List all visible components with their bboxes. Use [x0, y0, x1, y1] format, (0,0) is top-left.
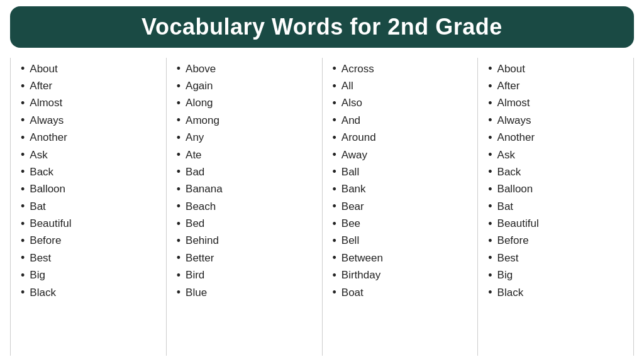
column-1: AboutAfterAlmostAlwaysAnotherAskBackBall…: [11, 58, 167, 356]
list-item: About: [21, 60, 160, 77]
list-item: All: [333, 77, 472, 94]
list-item: Birthday: [333, 267, 472, 284]
list-item: Balloon: [21, 181, 160, 198]
list-item: Back: [21, 163, 160, 180]
list-item: Always: [21, 112, 160, 129]
list-item: Banana: [177, 181, 316, 198]
page: Vocabulary Words for 2nd Grade AboutAfte…: [0, 0, 644, 362]
list-item: Above: [177, 60, 316, 77]
header: Vocabulary Words for 2nd Grade: [10, 6, 634, 48]
list-item: Ball: [333, 163, 472, 180]
list-item: Again: [177, 77, 316, 94]
list-item: After: [488, 77, 627, 94]
column-3: AcrossAllAlsoAndAroundAwayBallBankBearBe…: [323, 58, 479, 356]
word-list-3: AcrossAllAlsoAndAroundAwayBallBankBearBe…: [333, 60, 472, 301]
list-item: Bear: [333, 198, 472, 215]
list-item: Beautiful: [21, 215, 160, 232]
list-item: Always: [488, 112, 627, 129]
list-item: Black: [21, 284, 160, 301]
list-item: Ask: [488, 146, 627, 163]
list-item: Bat: [21, 198, 160, 215]
list-item: Also: [333, 95, 472, 112]
list-item: Behind: [177, 233, 316, 250]
list-item: Another: [21, 129, 160, 146]
list-item: Best: [21, 250, 160, 266]
list-item: Bed: [177, 215, 316, 232]
list-item: Black: [488, 284, 627, 301]
list-item: Any: [177, 129, 316, 146]
list-item: Another: [488, 129, 627, 146]
column-4: AboutAfterAlmostAlwaysAnotherAskBackBall…: [478, 58, 634, 356]
list-item: Bank: [333, 181, 472, 198]
column-2: AboveAgainAlongAmongAnyAteBadBananaBeach…: [167, 58, 323, 356]
list-item: Bird: [177, 267, 316, 284]
word-list-1: AboutAfterAlmostAlwaysAnotherAskBackBall…: [21, 60, 160, 301]
list-item: Beautiful: [488, 215, 627, 232]
list-item: And: [333, 112, 472, 129]
list-item: Bat: [488, 198, 627, 215]
list-item: Ate: [177, 146, 316, 163]
list-item: Around: [333, 129, 472, 146]
list-item: Big: [488, 267, 627, 284]
list-item: Bad: [177, 163, 316, 180]
word-list-4: AboutAfterAlmostAlwaysAnotherAskBackBall…: [488, 60, 627, 301]
list-item: Away: [333, 146, 472, 163]
list-item: Along: [177, 95, 316, 112]
list-item: Between: [333, 250, 472, 266]
list-item: Among: [177, 112, 316, 129]
list-item: Before: [488, 233, 627, 250]
list-item: Blue: [177, 284, 316, 301]
list-item: Across: [333, 60, 472, 77]
list-item: Best: [488, 250, 627, 266]
list-item: Before: [21, 233, 160, 250]
list-item: Better: [177, 250, 316, 266]
list-item: Back: [488, 163, 627, 180]
list-item: About: [488, 60, 627, 77]
list-item: Almost: [488, 95, 627, 112]
list-item: Almost: [21, 95, 160, 112]
list-item: After: [21, 77, 160, 94]
list-item: Ask: [21, 146, 160, 163]
word-list-2: AboveAgainAlongAmongAnyAteBadBananaBeach…: [177, 60, 316, 301]
columns-container: AboutAfterAlmostAlwaysAnotherAskBackBall…: [10, 58, 634, 356]
page-title: Vocabulary Words for 2nd Grade: [23, 14, 621, 40]
list-item: Balloon: [488, 181, 627, 198]
list-item: Bee: [333, 215, 472, 232]
list-item: Big: [21, 267, 160, 284]
list-item: Beach: [177, 198, 316, 215]
list-item: Bell: [333, 233, 472, 250]
list-item: Boat: [333, 284, 472, 301]
